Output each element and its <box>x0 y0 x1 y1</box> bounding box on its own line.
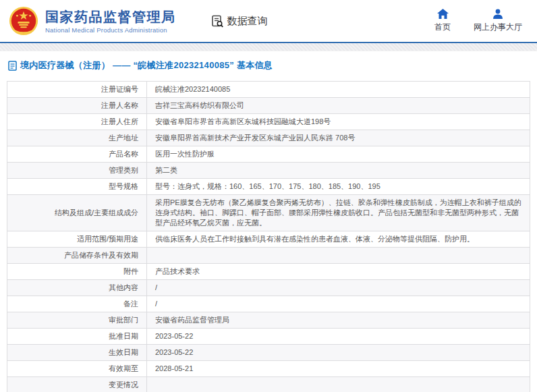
nav-item-service-hall[interactable]: 网上办事大厅 <box>474 9 522 33</box>
row-value: 2023-05-22 <box>147 329 530 345</box>
row-value-text: 2023-05-22 <box>155 332 193 340</box>
document-icon <box>8 61 17 71</box>
table-row: 型号规格 型号：连身式，规格：160、165、170、175、180、185、1… <box>7 179 530 195</box>
row-label: 其他内容 <box>7 280 147 296</box>
table-row: 备注 / <box>7 296 530 312</box>
row-value: 安徽省阜阳市界首市高新区东城科技园融城大道198号 <box>147 114 530 130</box>
table-row: 结构及组成/主要组成成分 采用PE膜复合无纺布（聚乙烯膜复合聚丙烯无纺布）、拉链… <box>7 195 530 231</box>
info-table: 注册证编号 皖械注准20232140085 注册人名称 吉祥三宝高科纺织有限公司… <box>7 81 530 392</box>
table-row: 注册证编号 皖械注准20232140085 <box>7 82 530 98</box>
row-label-text: 注册人住所 <box>101 117 138 125</box>
row-value-text: 2023-05-22 <box>155 348 193 356</box>
table-row: 其他内容 / <box>7 280 530 296</box>
table-row: 注册人名称 吉祥三宝高科纺织有限公司 <box>7 98 530 114</box>
row-label: 产品名称 <box>7 146 147 163</box>
row-label: 生效日期 <box>7 345 147 361</box>
national-emblem-icon <box>8 5 39 36</box>
row-value: 吉祥三宝高科纺织有限公司 <box>147 98 530 114</box>
row-value <box>147 248 530 264</box>
row-value-text: 型号：连身式，规格：160、165、170、175、180、185、190、19… <box>155 182 380 190</box>
row-value-text: 安徽省药品监督管理局 <box>155 316 229 324</box>
site-title-en: National Medical Products Administration <box>45 26 176 34</box>
row-value-text: 供临床医务人员在工作时接触到具有潜在感染性的患者血液、体液、分泌物等提供阻隔、防… <box>155 235 474 243</box>
row-label: 附件 <box>7 264 147 280</box>
header-shadow-band <box>0 43 537 51</box>
breadcrumb: 境内医疗器械（注册） —— “皖械注准20232140085” 基本信息 <box>0 51 537 80</box>
row-value-text: 医用一次性防护服 <box>155 150 215 158</box>
row-label-text: 产品储存条件及有效期 <box>64 251 138 259</box>
nav-item-home[interactable]: 首页 <box>434 9 451 33</box>
row-label-text: 注册人名称 <box>101 101 138 109</box>
row-value-text: 产品技术要求 <box>155 267 200 275</box>
table-row: 生产地址 安徽阜阳界首高新技术产业开发区东城产业园人民东路 708号 <box>7 130 530 146</box>
row-value-text: 采用PE膜复合无纺布（聚乙烯膜复合聚丙烯无纺布）、拉链、胶条和弹性橡皮筋制成，为… <box>155 198 521 227</box>
row-label-text: 型号规格 <box>109 182 138 190</box>
table-row: 产品名称 医用一次性防护服 <box>7 146 530 163</box>
row-value-text: 安徽阜阳界首高新技术产业开发区东城产业园人民东路 708号 <box>155 134 355 142</box>
row-label-text: 产品名称 <box>109 150 138 158</box>
row-value: 安徽阜阳界首高新技术产业开发区东城产业园人民东路 708号 <box>147 130 530 146</box>
row-value-text: 皖械注准20232140085 <box>155 85 230 93</box>
row-label: 有效期至 <box>7 361 147 377</box>
data-query-section[interactable]: 数据查询 <box>211 15 268 28</box>
table-row: 适用范围/预期用途 供临床医务人员在工作时接触到具有潜在感染性的患者血液、体液、… <box>7 231 530 248</box>
row-value: 第二类 <box>147 163 530 179</box>
page: 国家药品监督管理局 National Medical Products Admi… <box>0 0 537 392</box>
row-label-text: 管理类别 <box>109 166 138 174</box>
row-value-text: / <box>155 300 157 308</box>
row-label: 生产地址 <box>7 130 147 146</box>
data-query-label: 数据查询 <box>227 15 268 28</box>
row-value <box>147 377 530 392</box>
row-value: 供临床医务人员在工作时接触到具有潜在感染性的患者血液、体液、分泌物等提供阻隔、防… <box>147 231 530 248</box>
row-label: 适用范围/预期用途 <box>7 231 147 248</box>
row-label: 管理类别 <box>7 163 147 179</box>
row-label-text: 生效日期 <box>109 348 138 356</box>
row-label-text: 备注 <box>123 300 138 308</box>
table-row: 审批部门 安徽省药品监督管理局 <box>7 312 530 329</box>
site-header: 国家药品监督管理局 National Medical Products Admi… <box>0 0 537 42</box>
row-label-text: 变更情况 <box>109 381 138 389</box>
row-label-text: 结构及组成/主要组成成分 <box>55 208 138 217</box>
row-value: 2028-05-21 <box>147 361 530 377</box>
info-table-container: 注册证编号 皖械注准20232140085 注册人名称 吉祥三宝高科纺织有限公司… <box>0 80 537 392</box>
row-label: 注册人名称 <box>7 98 147 114</box>
row-label-text: 注册证编号 <box>101 85 138 93</box>
row-label: 注册证编号 <box>7 82 147 98</box>
row-value-text: 安徽省阜阳市界首市高新区东城科技园融城大道198号 <box>155 117 331 125</box>
row-value-text: / <box>155 283 157 291</box>
row-value-text: 2028-05-21 <box>155 364 193 372</box>
data-query-icon <box>211 15 224 28</box>
row-label-text: 其他内容 <box>109 283 138 291</box>
header-nav: 首页 网上办事大厅 <box>434 9 528 33</box>
row-value: 皖械注准20232140085 <box>147 82 530 98</box>
table-row: 产品储存条件及有效期 <box>7 248 530 264</box>
site-title-cn: 国家药品监督管理局 <box>45 9 176 25</box>
table-row: 批准日期 2023-05-22 <box>7 329 530 345</box>
row-label: 批准日期 <box>7 329 147 345</box>
info-table-body: 注册证编号 皖械注准20232140085 注册人名称 吉祥三宝高科纺织有限公司… <box>7 82 530 392</box>
row-value: 产品技术要求 <box>147 264 530 280</box>
row-label: 型号规格 <box>7 179 147 195</box>
table-row: 注册人住所 安徽省阜阳市界首市高新区东城科技园融城大道198号 <box>7 114 530 130</box>
page-title: 境内医疗器械（注册） —— “皖械注准20232140085” 基本信息 <box>20 59 273 72</box>
row-label: 变更情况 <box>7 377 147 392</box>
row-label: 产品储存条件及有效期 <box>7 248 147 264</box>
row-label: 备注 <box>7 296 147 312</box>
row-label: 审批部门 <box>7 312 147 329</box>
table-row: 附件 产品技术要求 <box>7 264 530 280</box>
row-label-text: 适用范围/预期用途 <box>77 235 138 243</box>
row-value: / <box>147 280 530 296</box>
row-label-text: 批准日期 <box>109 332 138 340</box>
row-label: 注册人住所 <box>7 114 147 130</box>
row-value: 型号：连身式，规格：160、165、170、175、180、185、190、19… <box>147 179 530 195</box>
brand-block: 国家药品监督管理局 National Medical Products Admi… <box>45 9 176 34</box>
row-value: 2023-05-22 <box>147 345 530 361</box>
row-value: / <box>147 296 530 312</box>
table-row: 生效日期 2023-05-22 <box>7 345 530 361</box>
table-row: 变更情况 <box>7 377 530 392</box>
row-value-text: 第二类 <box>155 166 177 174</box>
table-row: 有效期至 2028-05-21 <box>7 361 530 377</box>
nav-service-hall-label: 网上办事大厅 <box>474 22 522 33</box>
row-label-text: 审批部门 <box>109 316 138 324</box>
row-value-text: 吉祥三宝高科纺织有限公司 <box>155 101 244 109</box>
